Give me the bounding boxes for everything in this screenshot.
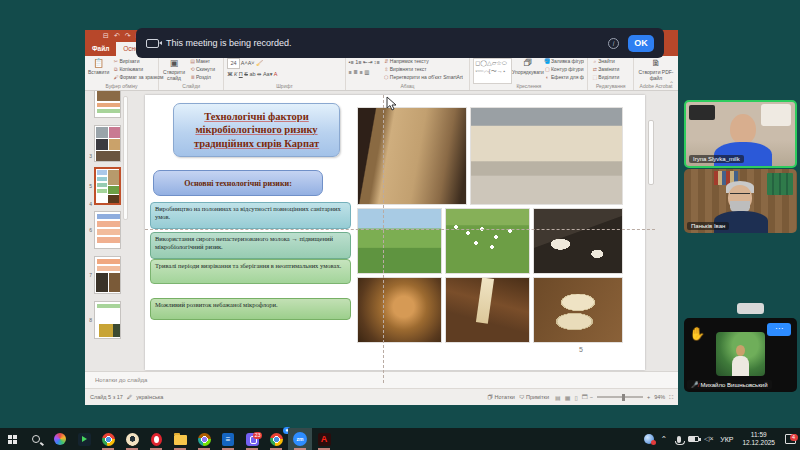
line-spacing-icon[interactable]: ↕≡	[374, 59, 380, 65]
network-status-icon[interactable]	[641, 428, 656, 450]
section-button[interactable]: ≣Розділ	[189, 74, 215, 81]
cut-button[interactable]: ✂Вирізати	[112, 58, 163, 65]
browser2-icon[interactable]	[192, 428, 216, 450]
battery-icon[interactable]	[686, 428, 701, 450]
notes-pane[interactable]: Нотатки до слайда	[85, 371, 678, 388]
slide-title-box[interactable]: Технологічні фактори мікробіологічного р…	[173, 103, 340, 157]
hidden-icons-chevron[interactable]: ⌃	[656, 428, 671, 450]
bold-button[interactable]: Ж	[227, 71, 232, 77]
font-size-input[interactable]: 24	[227, 58, 239, 69]
convert-smartart-button[interactable]: ⬡Перетворити на об'єкт SmartArt	[383, 74, 463, 81]
format-painter-button[interactable]: 🖌Формат за зразком	[112, 74, 163, 81]
participant-tile-mykhailo[interactable]: ✋ ⋯ 🎤̸Михайло Вишньовський	[684, 318, 797, 392]
search-button[interactable]	[24, 428, 48, 450]
comments-toggle[interactable]: 🗨 Примітки	[519, 394, 549, 400]
reading-view-icon[interactable]: ▯	[574, 394, 577, 401]
align-right-icon[interactable]: ≡	[359, 69, 362, 75]
align-left-icon[interactable]: ≡	[349, 69, 352, 75]
photo-milk-vats-stirring[interactable]	[533, 208, 623, 274]
microphone-tray-icon[interactable]	[671, 428, 686, 450]
risk-box-1[interactable]: Виробництво на полонинах за відсутності …	[150, 202, 351, 229]
participant-tile-iryna[interactable]: Iryna Slyvka_milk	[684, 100, 797, 168]
current-slide[interactable]: Технологічні фактори мікробіологічного р…	[145, 95, 645, 370]
eye-browser-icon[interactable]	[120, 428, 144, 450]
font-color-icon[interactable]: A	[274, 71, 278, 77]
slide-thumbnail-selected[interactable]	[94, 167, 121, 205]
shrink-font-icon[interactable]: A˅	[248, 60, 255, 66]
shape-effects-button[interactable]: ◐Ефекти для фігур	[544, 74, 584, 81]
docs-app-icon[interactable]: ≡	[216, 428, 240, 450]
meet-icon[interactable]: ●	[264, 428, 288, 450]
create-pdf-button[interactable]: 🗎Створити PDF-файл	[637, 58, 675, 82]
acrobat-taskbar-icon[interactable]: A	[312, 428, 336, 450]
layout-button[interactable]: ▤Макет	[189, 58, 215, 65]
file-explorer-icon[interactable]	[168, 428, 192, 450]
shape-fill-button[interactable]: 🪣Заливка фігури	[544, 58, 584, 65]
fit-slide-icon[interactable]: ⛶	[669, 394, 673, 401]
photo-cheese-wheels[interactable]	[533, 277, 623, 343]
numbering-icon[interactable]: 1≡	[355, 59, 361, 65]
zoom-taskbar-icon[interactable]: zm	[288, 428, 312, 450]
viber-icon[interactable]: 23	[240, 428, 264, 450]
media-app-icon[interactable]	[72, 428, 96, 450]
info-icon[interactable]: i	[608, 38, 619, 49]
photo-sheep-milking-parlor[interactable]	[470, 107, 623, 205]
italic-button[interactable]: К	[234, 71, 237, 77]
align-center-icon[interactable]: ≣	[353, 69, 358, 75]
text-direction-button[interactable]: ⇵Напрямок тексту	[383, 58, 463, 65]
redo-icon[interactable]: ↷	[125, 32, 131, 40]
opera-icon[interactable]	[144, 428, 168, 450]
collapse-ribbon-icon[interactable]: ⌃	[669, 80, 674, 87]
save-icon[interactable]: ⊟	[103, 32, 109, 40]
volume-muted-icon[interactable]: ◁×	[701, 428, 716, 450]
language-switcher[interactable]: УКР	[716, 436, 737, 443]
clear-format-icon[interactable]: 🧹	[256, 60, 263, 66]
photo-highland-shepherds[interactable]	[357, 208, 442, 274]
sorter-view-icon[interactable]: ▦	[565, 394, 571, 401]
slide-scrollbar[interactable]	[648, 120, 654, 185]
participant-tile-pankiv[interactable]: Паньків Іван	[684, 169, 797, 233]
normal-view-icon[interactable]: ▤	[555, 394, 561, 401]
photo-milk-pouring-barrel[interactable]	[445, 277, 530, 343]
video-strip-collapse-handle[interactable]	[737, 303, 764, 314]
risks-header-box[interactable]: Основні технологічні ризики:	[153, 170, 323, 196]
photo-hutsul-cheese-maker[interactable]	[357, 277, 442, 343]
slide-thumbnail[interactable]	[94, 91, 121, 118]
zoom-in-icon[interactable]: +	[647, 394, 650, 400]
bullets-icon[interactable]: •≡	[349, 59, 354, 65]
columns-icon[interactable]: ▥	[364, 69, 369, 75]
clock[interactable]: 11:59 12.12.2025	[737, 431, 780, 447]
risk-box-3[interactable]: Тривалі періоди визрівання та зберігання…	[150, 259, 351, 284]
thumbnail-scrollbar[interactable]	[123, 96, 128, 220]
indent-icons[interactable]: ⇤⇥	[363, 59, 372, 65]
reset-button[interactable]: ⟲Скинути	[189, 66, 215, 73]
risk-box-2[interactable]: Використання сирого непастеризованого мо…	[150, 232, 351, 259]
spellcheck-icon[interactable]: 🖉	[127, 394, 133, 400]
paste-button[interactable]: 📋Вставити	[88, 58, 109, 82]
notes-toggle[interactable]: 🗍 Нотатки	[488, 394, 515, 400]
char-spacing-icon[interactable]: ⇹	[257, 71, 262, 77]
undo-icon[interactable]: ↶	[114, 32, 120, 40]
zoom-slider[interactable]	[597, 396, 643, 398]
slide-thumbnail[interactable]	[94, 256, 121, 294]
risk-box-4[interactable]: Можливий розвиток небажаної мікрофлори.	[150, 298, 351, 320]
underline-button[interactable]: П	[239, 71, 243, 77]
shapes-gallery[interactable]: ◻◯△▱☆⬭⬳⌒{〜→⋆	[473, 58, 512, 84]
copy-button[interactable]: ⧉Копіювати	[112, 66, 163, 73]
slide-thumbnail[interactable]	[94, 125, 121, 162]
start-button[interactable]	[0, 428, 24, 450]
select-button[interactable]: ⬚Виділити	[591, 74, 619, 81]
language-indicator[interactable]: українська	[136, 394, 163, 400]
arrange-button[interactable]: 🗇Упорядкувати	[515, 58, 541, 82]
grow-font-icon[interactable]: A˄	[241, 60, 248, 66]
change-case-icon[interactable]: Aa▾	[263, 71, 273, 77]
strike-button[interactable]: S	[244, 71, 248, 77]
slide-thumbnail[interactable]	[94, 301, 121, 339]
new-slide-button[interactable]: ▣Створити слайд	[162, 58, 186, 82]
photos-app-icon[interactable]	[48, 428, 72, 450]
find-button[interactable]: ⌕Знайти	[591, 58, 619, 65]
align-text-button[interactable]: ⇳Вирівняти текст	[383, 66, 463, 73]
photo-sheep-flock-pasture[interactable]	[445, 208, 530, 274]
photo-sheep-hand-milking[interactable]	[357, 107, 467, 205]
slideshow-icon[interactable]: 🗖	[582, 394, 588, 400]
